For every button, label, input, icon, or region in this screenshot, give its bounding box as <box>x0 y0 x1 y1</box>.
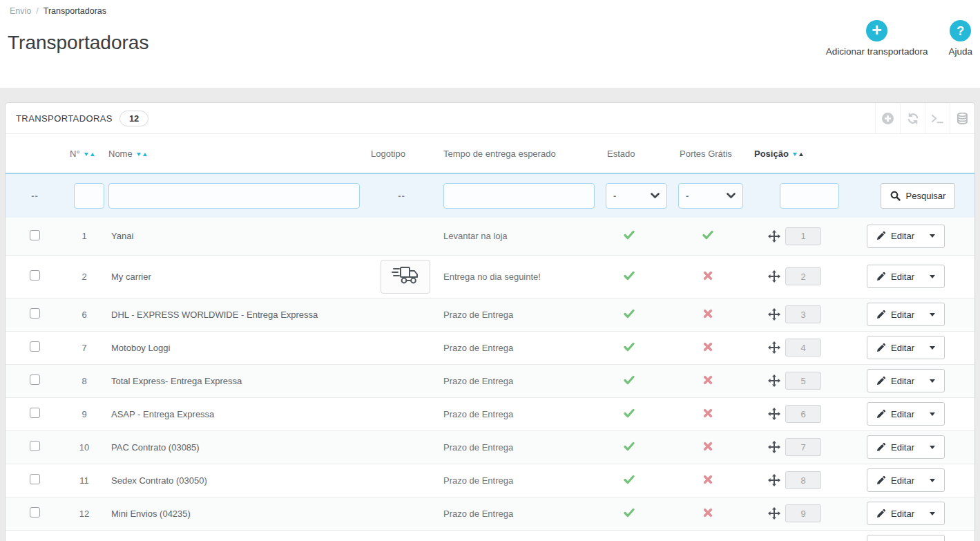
free-shipping-cross-icon[interactable] <box>703 476 713 486</box>
export-sql-icon[interactable] <box>950 103 974 133</box>
refresh-icon[interactable] <box>900 103 925 133</box>
column-header-name[interactable]: Nome <box>108 149 133 159</box>
carrier-name: Mini Envios (04235) <box>103 497 365 530</box>
position-input <box>785 471 821 489</box>
edit-button[interactable]: Editar <box>867 303 945 326</box>
sort-desc-icon[interactable] <box>793 153 797 156</box>
free-shipping-cross-icon[interactable] <box>703 410 713 420</box>
carrier-id: 2 <box>64 255 103 298</box>
filter-free-shipping-select[interactable]: - <box>678 183 743 209</box>
edit-button[interactable]: Editar <box>867 225 945 248</box>
carrier-delay: Prazo de Entrega <box>438 430 600 464</box>
caret-down-icon <box>930 275 935 278</box>
drag-handle-icon[interactable] <box>768 270 780 283</box>
free-shipping-cross-icon[interactable] <box>703 509 713 520</box>
drag-handle-icon[interactable] <box>768 374 780 387</box>
free-shipping-cross-icon[interactable] <box>703 443 713 453</box>
drag-handle-icon[interactable] <box>768 230 780 243</box>
edit-button[interactable]: Editar <box>867 265 945 288</box>
sort-desc-icon[interactable] <box>137 153 141 156</box>
help-button[interactable]: ? Ajuda <box>948 20 972 57</box>
filter-status-select[interactable]: - <box>606 183 667 209</box>
carrier-name: Motoboy Loggi <box>103 331 365 364</box>
free-shipping-cross-icon[interactable] <box>703 272 713 283</box>
drag-handle-icon[interactable] <box>768 308 780 321</box>
chevron-down-icon <box>727 191 736 201</box>
free-shipping-check-icon[interactable] <box>702 231 713 242</box>
row-checkbox[interactable] <box>30 474 40 484</box>
table-row-partial: Editar <box>6 530 974 541</box>
add-carrier-button[interactable]: + Adicionar transportadora <box>826 20 928 57</box>
row-checkbox[interactable] <box>30 270 40 281</box>
sort-asc-icon[interactable] <box>143 153 147 156</box>
carrier-id: 10 <box>64 430 103 464</box>
carrier-logo-cell <box>365 218 438 255</box>
drag-handle-icon[interactable] <box>768 408 780 420</box>
edit-button[interactable]: Editar <box>867 369 945 392</box>
add-carrier-label: Adicionar transportadora <box>826 46 928 57</box>
filter-delay-input[interactable] <box>443 183 595 209</box>
row-checkbox[interactable] <box>30 308 40 319</box>
row-checkbox[interactable] <box>30 230 40 240</box>
filter-name-input[interactable] <box>108 183 360 209</box>
carrier-id: 11 <box>64 464 103 497</box>
free-shipping-cross-icon[interactable] <box>703 310 713 321</box>
row-checkbox[interactable] <box>30 374 40 385</box>
status-enabled-check-icon[interactable] <box>624 377 635 387</box>
column-header-logo: Logotipo <box>371 149 405 159</box>
status-enabled-check-icon[interactable] <box>624 343 635 354</box>
drag-handle-icon[interactable] <box>768 441 780 453</box>
position-input <box>785 405 821 423</box>
status-enabled-check-icon[interactable] <box>624 509 635 520</box>
carrier-logo-cell <box>365 397 438 430</box>
drag-handle-icon[interactable] <box>768 507 780 520</box>
edit-button[interactable]: Editar <box>867 402 945 426</box>
edit-button[interactable]: Editar <box>867 502 945 525</box>
edit-button[interactable]: Editar <box>867 336 945 359</box>
status-enabled-check-icon[interactable] <box>624 272 635 283</box>
help-label: Ajuda <box>948 46 972 57</box>
edit-button[interactable]: Editar <box>867 435 945 459</box>
help-circle-icon: ? <box>950 20 971 41</box>
status-enabled-check-icon[interactable] <box>624 410 635 420</box>
logo-filter-placeholder: -- <box>371 191 432 201</box>
carrier-delay: Prazo de Entrega <box>438 497 600 530</box>
bulk-placeholder: -- <box>11 191 59 201</box>
sort-asc-icon[interactable] <box>799 153 803 156</box>
free-shipping-cross-icon[interactable] <box>703 343 713 354</box>
filter-id-input[interactable] <box>74 183 104 209</box>
carrier-delay: Prazo de Entrega <box>438 331 600 364</box>
sort-asc-icon[interactable] <box>90 153 95 156</box>
carrier-id: 7 <box>64 331 103 364</box>
drag-handle-icon[interactable] <box>768 341 780 354</box>
free-shipping-cross-icon[interactable] <box>703 377 713 387</box>
row-checkbox[interactable] <box>30 441 40 451</box>
filter-position-input[interactable] <box>780 183 839 209</box>
carrier-name: DHL - EXPRESS WORLDWIDE - Entrega Expres… <box>103 298 365 331</box>
row-checkbox[interactable] <box>30 507 40 518</box>
sort-desc-icon[interactable] <box>84 153 88 156</box>
edit-button[interactable]: Editar <box>867 468 945 492</box>
filter-row: -- -- - - Pesquisar <box>6 173 974 218</box>
column-header-id[interactable]: N° <box>70 149 80 159</box>
status-enabled-check-icon[interactable] <box>624 310 635 321</box>
caret-down-icon <box>930 446 935 449</box>
caret-down-icon <box>930 234 935 238</box>
caret-down-icon <box>930 512 935 515</box>
column-header-position[interactable]: Posição <box>754 149 789 159</box>
carrier-delay: Entrega no dia seguinte! <box>438 255 600 298</box>
status-enabled-check-icon[interactable] <box>624 443 635 453</box>
status-enabled-check-icon[interactable] <box>624 231 635 242</box>
drag-handle-icon[interactable] <box>768 474 780 486</box>
edit-button[interactable]: Editar <box>867 535 945 541</box>
search-button[interactable]: Pesquisar <box>881 183 956 209</box>
page-title: Transportadoras <box>8 32 148 54</box>
row-checkbox[interactable] <box>30 408 40 418</box>
show-query-icon[interactable] <box>925 103 950 133</box>
row-checkbox[interactable] <box>30 341 40 352</box>
breadcrumb-section[interactable]: Envio <box>10 6 31 16</box>
pencil-icon <box>876 476 885 485</box>
status-enabled-check-icon[interactable] <box>624 476 635 486</box>
caret-down-icon <box>930 379 935 383</box>
add-new-icon[interactable] <box>875 103 900 133</box>
